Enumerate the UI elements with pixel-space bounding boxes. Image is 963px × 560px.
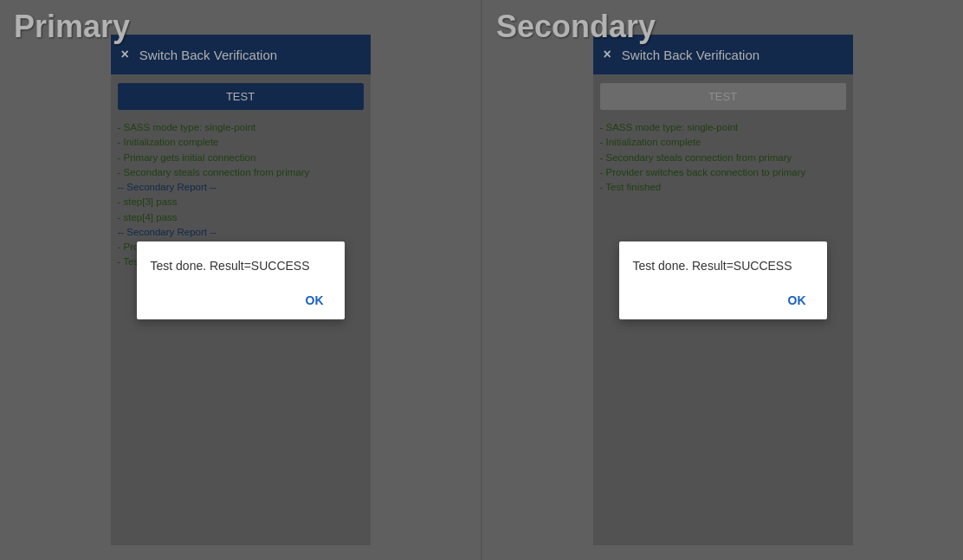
secondary-modal-text: Test done. Result=SUCCESS [633, 259, 813, 273]
primary-modal-actions: OK [151, 290, 331, 311]
primary-modal-overlay: Test done. Result=SUCCESS OK [0, 0, 481, 560]
secondary-ok-button[interactable]: OK [781, 290, 813, 311]
primary-ok-button[interactable]: OK [299, 290, 331, 311]
primary-background: × Switch Back Verification TEST - SASS m… [0, 0, 481, 560]
secondary-modal-overlay: Test done. Result=SUCCESS OK [482, 0, 963, 560]
primary-dialog: × Switch Back Verification TEST - SASS m… [111, 35, 371, 545]
secondary-modal: Test done. Result=SUCCESS OK [619, 241, 827, 319]
secondary-panel: Secondary × Switch Back Verification TES… [482, 0, 963, 560]
primary-modal: Test done. Result=SUCCESS OK [137, 241, 345, 319]
secondary-dialog: × Switch Back Verification TEST - SASS m… [593, 35, 853, 545]
secondary-modal-actions: OK [633, 290, 813, 311]
secondary-background: × Switch Back Verification TEST - SASS m… [482, 0, 963, 560]
primary-modal-text: Test done. Result=SUCCESS [151, 259, 331, 273]
primary-panel: Primary × Switch Back Verification TEST … [0, 0, 481, 560]
